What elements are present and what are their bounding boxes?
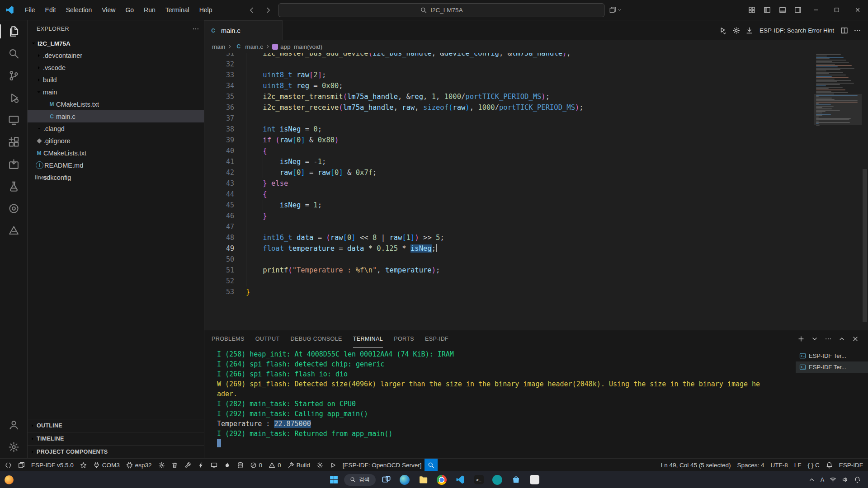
status-problems-errors[interactable]: 0 xyxy=(247,459,266,471)
code-line[interactable]: 36 i2c_master_receive(lm75a_handle, raw,… xyxy=(204,102,814,113)
activity-manage[interactable] xyxy=(0,436,27,458)
section-project-components[interactable]: PROJECT COMPONENTS xyxy=(28,445,204,458)
code-line[interactable]: 31 i2c_master_bus_add_device(i2c_bus_han… xyxy=(204,53,814,59)
menu-file[interactable]: File xyxy=(20,3,40,17)
line-number[interactable]: 42 xyxy=(204,167,234,178)
status-idf-monitor[interactable] xyxy=(425,459,438,471)
activity-espidf[interactable] xyxy=(0,220,27,242)
toggle-sidebar-icon[interactable] xyxy=(760,0,775,20)
tree-item[interactable]: .devcontainer xyxy=(28,49,204,61)
line-number[interactable]: 35 xyxy=(204,91,234,102)
panel-tab-esp-idf[interactable]: ESP-IDF xyxy=(425,330,448,347)
code-line[interactable]: 51 printf("Temperature : %f\n", temperat… xyxy=(204,265,814,276)
maximize-panel-icon[interactable] xyxy=(836,333,847,344)
line-number[interactable]: 46 xyxy=(204,211,234,221)
menu-help[interactable]: Help xyxy=(194,3,217,17)
code-line[interactable]: 50 xyxy=(204,254,814,265)
back-arrow-icon[interactable] xyxy=(246,4,258,16)
line-number[interactable]: 31 xyxy=(204,53,234,59)
activity-copilot[interactable] xyxy=(0,197,27,220)
status-build-task[interactable]: Build xyxy=(284,459,313,471)
line-number[interactable]: 43 xyxy=(204,178,234,189)
status-indentation[interactable]: Spaces: 4 xyxy=(734,459,767,471)
start-button[interactable] xyxy=(326,473,342,487)
code-line[interactable]: 43 } else xyxy=(204,178,814,189)
status-openocd-server[interactable]: [ESP-IDF: OpenOCD Server] xyxy=(340,459,425,471)
status-monitor-device[interactable] xyxy=(208,459,221,471)
activity-remote-explorer[interactable] xyxy=(0,109,27,131)
more-actions-icon[interactable] xyxy=(192,25,199,33)
line-number[interactable]: 40 xyxy=(204,145,234,156)
status-serial-port[interactable]: COM3 xyxy=(90,459,123,471)
line-number[interactable]: 36 xyxy=(204,102,234,113)
status-remote-indicator[interactable] xyxy=(2,459,15,471)
tree-item[interactable]: linessdkconfig xyxy=(28,171,204,183)
settings-gear-icon[interactable] xyxy=(730,24,742,37)
line-number[interactable]: 50 xyxy=(204,254,234,265)
activity-extensions[interactable] xyxy=(0,131,27,153)
status-notifications[interactable] xyxy=(823,459,836,471)
tray-volume[interactable] xyxy=(842,476,849,483)
line-number[interactable]: 34 xyxy=(204,80,234,91)
tray-notifications[interactable] xyxy=(854,476,861,483)
editor-scrollbar[interactable] xyxy=(862,53,868,330)
status-espidf-status[interactable]: ESP-IDF xyxy=(836,459,866,471)
activity-docker[interactable] xyxy=(0,153,27,175)
tree-item[interactable]: build xyxy=(28,74,204,86)
toggle-panel-icon[interactable] xyxy=(775,0,790,20)
code-line[interactable]: 49 float temperature = data * 0.125 * is… xyxy=(204,243,814,254)
menu-go[interactable]: Go xyxy=(120,3,139,17)
app-task-view[interactable] xyxy=(378,473,394,487)
activity-accounts[interactable] xyxy=(0,414,27,436)
menu-run[interactable]: Run xyxy=(139,3,160,17)
panel-tab-ports[interactable]: PORTS xyxy=(394,330,414,347)
search-box[interactable]: I2C_LM75A xyxy=(278,3,605,17)
status-encoding[interactable]: UTF-8 xyxy=(767,459,791,471)
code-line[interactable]: 53} xyxy=(204,286,814,297)
activity-explorer[interactable] xyxy=(0,20,27,42)
activity-testing[interactable] xyxy=(0,175,27,197)
tree-item[interactable]: iREADME.md xyxy=(28,159,204,171)
code-line[interactable]: 37 xyxy=(204,113,814,124)
code-line[interactable]: 47 xyxy=(204,221,814,232)
line-number[interactable]: 37 xyxy=(204,113,234,124)
line-number[interactable]: 49 xyxy=(204,243,234,254)
status-device-target[interactable]: esp32 xyxy=(123,459,155,471)
scrollbar-thumb[interactable] xyxy=(863,169,867,321)
tree-item[interactable]: main xyxy=(28,86,204,98)
panel-more-icon[interactable] xyxy=(823,333,834,344)
menu-terminal[interactable]: Terminal xyxy=(160,3,194,17)
app-file-explorer[interactable] xyxy=(415,473,431,487)
espidf-search-error-hint[interactable]: ESP-IDF: Search Error Hint xyxy=(760,27,834,34)
panel-tab-terminal[interactable]: TERMINAL xyxy=(353,330,383,347)
status-sdk-configuration[interactable] xyxy=(155,459,168,471)
run-code-icon[interactable] xyxy=(717,24,729,37)
menu-selection[interactable]: Selection xyxy=(61,3,97,17)
menu-view[interactable]: View xyxy=(97,3,120,17)
code-line[interactable]: 41 isNeg = -1; xyxy=(204,156,814,167)
line-number[interactable]: 45 xyxy=(204,200,234,211)
terminal-dropdown-icon[interactable] xyxy=(809,333,820,344)
status-launch-config[interactable] xyxy=(313,459,326,471)
status-espidf-welcome[interactable] xyxy=(15,459,28,471)
minimap-viewport[interactable] xyxy=(814,94,862,125)
weather-widget[interactable] xyxy=(0,475,14,484)
app-notepad[interactable] xyxy=(526,473,542,487)
code-line[interactable]: 40 { xyxy=(204,145,814,156)
status-run-task[interactable] xyxy=(326,459,340,471)
tray-tray-chevron[interactable] xyxy=(808,476,815,483)
line-number[interactable]: 33 xyxy=(204,70,234,80)
code-line[interactable]: 34 uint8_t reg = 0x00; xyxy=(204,80,814,91)
layout-dropdown-icon[interactable] xyxy=(609,6,623,14)
section-timeline[interactable]: TIMELINE xyxy=(28,432,204,445)
status-full-clean[interactable] xyxy=(168,459,181,471)
status-build-flash-monitor[interactable] xyxy=(221,459,234,471)
close-tab-icon[interactable] xyxy=(269,27,278,35)
code-line[interactable]: 46 } xyxy=(204,211,814,221)
code-line[interactable]: 42 raw[0] = raw[0] & 0x7f; xyxy=(204,167,814,178)
maximize-button[interactable] xyxy=(826,0,847,20)
code-line[interactable]: 52 xyxy=(204,276,814,286)
status-flash-device[interactable] xyxy=(194,459,208,471)
panel-tab-output[interactable]: OUTPUT xyxy=(255,330,280,347)
toggle-secondary-sidebar-icon[interactable] xyxy=(790,0,806,20)
